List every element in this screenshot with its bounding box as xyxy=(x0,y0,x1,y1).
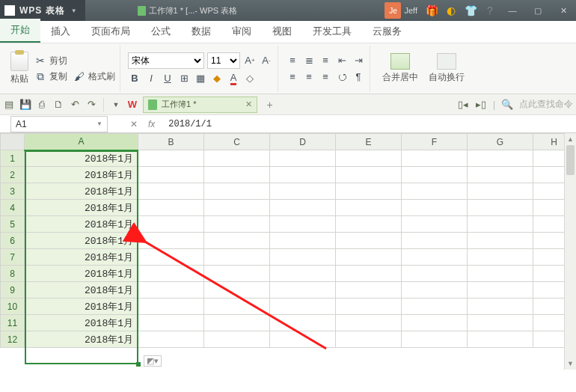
cell[interactable] xyxy=(204,200,270,216)
chevron-down-icon[interactable]: ▼ xyxy=(96,120,102,127)
tab-data[interactable]: 数据 xyxy=(181,20,221,43)
vertical-scrollbar[interactable]: ▲ ▼ xyxy=(564,133,576,370)
cell[interactable] xyxy=(402,200,468,216)
help-icon[interactable]: ? xyxy=(483,4,497,17)
col-header-E[interactable]: E xyxy=(336,134,402,150)
cell[interactable]: 2018年1月 xyxy=(25,249,138,266)
row-header[interactable]: 1 xyxy=(1,150,25,167)
user-name[interactable]: Jeff xyxy=(404,6,417,15)
align-top-button[interactable]: ≡ xyxy=(286,54,299,67)
fillcolor-button[interactable]: ◆ xyxy=(210,72,224,85)
scroll-down-icon[interactable]: ▼ xyxy=(565,358,576,370)
cell[interactable] xyxy=(204,298,270,315)
cell[interactable] xyxy=(468,331,533,348)
border2-button[interactable]: ▦ xyxy=(194,72,207,85)
tab-home[interactable]: 开始 xyxy=(0,19,40,43)
cell[interactable] xyxy=(138,167,204,183)
cell[interactable] xyxy=(138,282,204,298)
cell[interactable] xyxy=(204,233,270,249)
increase-font-button[interactable]: A+ xyxy=(243,54,257,67)
cell[interactable] xyxy=(138,266,204,282)
redo-icon[interactable]: ↷ xyxy=(85,99,97,111)
name-box[interactable]: A1 ▼ xyxy=(10,116,108,132)
cell[interactable] xyxy=(270,233,336,249)
row-header[interactable]: 5 xyxy=(1,216,25,233)
cell[interactable]: 2018年1月 xyxy=(25,331,138,348)
cell[interactable] xyxy=(138,331,204,348)
rtl-button[interactable]: ¶ xyxy=(352,70,365,84)
wps-w-icon[interactable]: W xyxy=(126,99,138,111)
formatpainter-button[interactable]: 🖌格式刷 xyxy=(73,70,115,83)
cell[interactable] xyxy=(468,200,533,216)
copy-button[interactable]: ⧉复制 xyxy=(34,70,67,83)
col-header-A[interactable]: A xyxy=(25,134,138,150)
cell[interactable] xyxy=(468,282,533,298)
cloud-icon[interactable]: ◐ xyxy=(444,4,458,17)
cell[interactable] xyxy=(204,167,270,183)
cell[interactable] xyxy=(270,167,336,183)
smart-tag-icon[interactable]: ◩▾ xyxy=(144,355,162,367)
decrease-font-button[interactable]: A- xyxy=(260,54,273,67)
cell[interactable] xyxy=(270,150,336,167)
bold-button[interactable]: B xyxy=(128,72,141,85)
cell[interactable] xyxy=(402,183,468,200)
minimize-button[interactable]: — xyxy=(500,0,525,21)
tab-pagelayout[interactable]: 页面布局 xyxy=(81,20,141,43)
dropdown-icon[interactable]: ▼ xyxy=(110,99,122,111)
close-button[interactable]: ✕ xyxy=(551,0,576,21)
cell[interactable] xyxy=(468,233,533,249)
print-icon[interactable]: ⎙ xyxy=(36,99,48,111)
cell[interactable] xyxy=(270,315,336,331)
tab-formulas[interactable]: 公式 xyxy=(141,20,181,43)
preview-icon[interactable]: 🗋 xyxy=(52,99,64,111)
cell[interactable] xyxy=(336,249,402,266)
cell[interactable] xyxy=(138,183,204,200)
cell[interactable] xyxy=(270,183,336,200)
cell[interactable] xyxy=(138,216,204,233)
cell[interactable]: 2018年1月 xyxy=(25,266,138,282)
cell[interactable] xyxy=(468,315,533,331)
font-size-select[interactable]: 11 xyxy=(207,52,240,69)
col-header-B[interactable]: B xyxy=(138,134,204,150)
row-header[interactable]: 8 xyxy=(1,266,25,282)
paste-button[interactable]: 粘贴 xyxy=(7,52,31,85)
cell[interactable] xyxy=(138,315,204,331)
cell[interactable] xyxy=(336,150,402,167)
cell[interactable] xyxy=(336,233,402,249)
tab-review[interactable]: 审阅 xyxy=(221,20,262,43)
col-header-F[interactable]: F xyxy=(402,134,468,150)
command-search[interactable]: 点此查找命令 xyxy=(519,98,573,111)
tab-devtools[interactable]: 开发工具 xyxy=(302,20,362,43)
align-center-button[interactable]: ≡ xyxy=(302,70,316,84)
wrap-text-button[interactable]: 自动换行 xyxy=(426,53,468,84)
cell[interactable] xyxy=(402,249,468,266)
fill-handle[interactable] xyxy=(136,362,141,367)
cell[interactable]: 2018年1月 xyxy=(25,183,138,200)
font-family-select[interactable]: 宋体 xyxy=(128,52,204,69)
fontcolor-button[interactable]: A xyxy=(227,72,240,85)
select-all-corner[interactable] xyxy=(1,134,25,150)
col-header-C[interactable]: C xyxy=(204,134,270,150)
cell[interactable] xyxy=(336,183,402,200)
tab-view[interactable]: 视图 xyxy=(262,20,302,43)
indent-inc-button[interactable]: ⇥ xyxy=(352,54,365,67)
cell[interactable] xyxy=(336,298,402,315)
cell[interactable] xyxy=(336,315,402,331)
new-tab-button[interactable]: + xyxy=(266,99,272,111)
cell[interactable] xyxy=(402,331,468,348)
row-header[interactable]: 6 xyxy=(1,233,25,249)
clearformat-button[interactable]: ◇ xyxy=(243,72,257,85)
cell[interactable] xyxy=(204,150,270,167)
cell[interactable] xyxy=(402,298,468,315)
cell[interactable] xyxy=(402,167,468,183)
cell[interactable] xyxy=(270,200,336,216)
scroll-up-icon[interactable]: ▲ xyxy=(565,133,576,145)
cell[interactable] xyxy=(336,167,402,183)
cell[interactable] xyxy=(336,282,402,298)
cell[interactable] xyxy=(468,266,533,282)
cell[interactable] xyxy=(336,216,402,233)
cell[interactable] xyxy=(204,183,270,200)
cell[interactable] xyxy=(270,298,336,315)
row-header[interactable]: 2 xyxy=(1,167,25,183)
row-header[interactable]: 12 xyxy=(1,331,25,348)
